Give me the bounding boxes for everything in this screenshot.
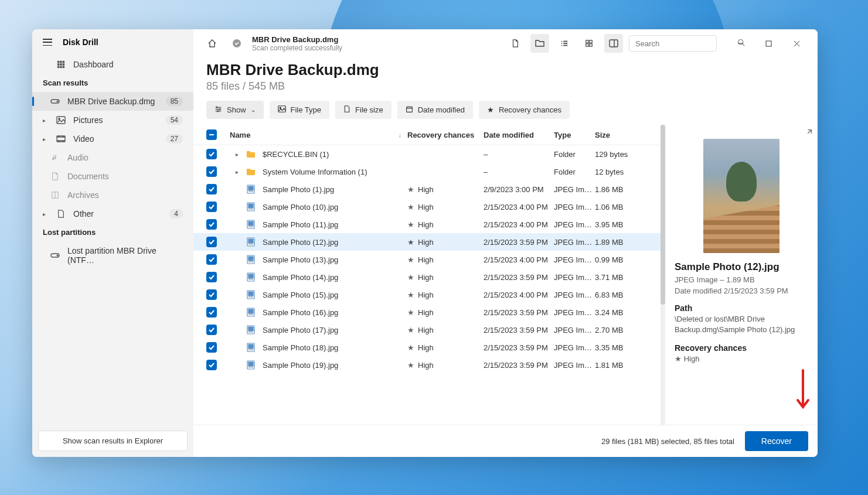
image-file-icon — [244, 255, 258, 264]
table-row[interactable]: Sample Photo (10).jpg★High2/15/2023 4:00… — [193, 198, 661, 216]
row-checkbox[interactable] — [206, 237, 217, 247]
scrollbar[interactable] — [661, 125, 665, 425]
expand-icon[interactable] — [805, 128, 813, 139]
recover-button[interactable]: Recover — [745, 431, 808, 451]
col-recovery[interactable]: Recovery chances — [407, 131, 484, 139]
table-row[interactable]: Sample Photo (16).jpg★High2/15/2023 3:59… — [193, 303, 661, 321]
row-checkbox[interactable] — [206, 272, 217, 282]
table-row[interactable]: Sample Photo (11).jpg★High2/15/2023 4:00… — [193, 216, 661, 233]
filter-recovery-chances[interactable]: ★ Recovery chances — [479, 101, 570, 119]
row-recovery: High — [418, 361, 434, 370]
table-row[interactable]: Sample Photo (19).jpg★High2/15/2023 3:59… — [193, 356, 661, 374]
close-button[interactable] — [785, 34, 808, 53]
filter-date-modified[interactable]: Date modified — [397, 101, 473, 119]
row-checkbox[interactable] — [206, 342, 217, 353]
picture-icon — [278, 105, 286, 115]
nav-pictures[interactable]: ▸ Pictures 54 — [32, 111, 193, 129]
nav-audio-label: Audio — [67, 153, 183, 162]
nav-video[interactable]: ▸ Video 27 — [32, 129, 193, 148]
table-row[interactable]: ▸$RECYCLE.BIN (1)–Folder129 bytes — [193, 145, 661, 163]
row-checkbox[interactable] — [206, 202, 217, 212]
row-recovery: High — [418, 326, 434, 334]
nav-other[interactable]: ▸ Other 4 — [32, 204, 193, 223]
view-grid-button[interactable] — [580, 34, 598, 53]
row-checkbox[interactable] — [206, 166, 217, 177]
svg-rect-53 — [249, 309, 253, 313]
nav-other-badge: 4 — [169, 209, 183, 219]
filter-file-size[interactable]: File size — [335, 101, 392, 119]
row-checkbox[interactable] — [206, 289, 217, 300]
nav-lost-partition[interactable]: Lost partition MBR Drive (NTF… — [32, 241, 193, 269]
row-type: JPEG Im… — [554, 361, 595, 370]
minimize-button[interactable] — [729, 34, 752, 53]
row-size: 3.24 MB — [595, 308, 648, 317]
svg-rect-30 — [766, 41, 771, 46]
view-list-button[interactable] — [555, 34, 574, 53]
show-in-explorer-button[interactable]: Show scan results in Explorer — [38, 431, 188, 451]
search-field[interactable] — [635, 39, 734, 48]
hamburger-icon[interactable] — [43, 39, 52, 46]
filter-file-type[interactable]: File Type — [270, 101, 330, 119]
row-name: Sample Photo (1).jpg — [263, 185, 334, 194]
table-body[interactable]: ▸$RECYCLE.BIN (1)–Folder129 bytes▸System… — [193, 145, 661, 425]
row-checkbox[interactable] — [206, 184, 217, 194]
expand-icon[interactable]: ▸ — [230, 151, 244, 158]
nav-mbr-drive[interactable]: MBR Drive Backup.dmg 85 — [32, 92, 193, 111]
nav-documents[interactable]: Documents — [32, 167, 193, 186]
preview-recovery-value: ★ High — [675, 354, 808, 364]
breadcrumb: MBR Drive Backup.dmg Scan completed succ… — [252, 35, 500, 52]
row-checkbox[interactable] — [206, 219, 217, 230]
nav-mbr-label: MBR Drive Backup.dmg — [67, 97, 159, 106]
table-row[interactable]: Sample Photo (17).jpg★High2/15/2023 3:59… — [193, 321, 661, 339]
image-file-icon — [244, 325, 258, 334]
sort-arrow-icon: ↓ — [399, 131, 402, 138]
table-row[interactable]: Sample Photo (14).jpg★High2/15/2023 3:59… — [193, 268, 661, 286]
maximize-button[interactable] — [757, 34, 780, 53]
row-checkbox[interactable] — [206, 254, 217, 265]
row-date: 2/15/2023 4:00 PM — [484, 291, 554, 299]
row-checkbox[interactable] — [206, 325, 217, 335]
row-size: 1.06 MB — [595, 203, 648, 211]
col-size[interactable]: Size — [595, 131, 648, 139]
nav-audio[interactable]: Audio — [32, 148, 193, 167]
preview-title: Sample Photo (12).jpg — [675, 261, 808, 273]
table-row[interactable]: Sample Photo (1).jpg★High2/9/2023 3:00 P… — [193, 180, 661, 198]
svg-point-31 — [216, 107, 217, 108]
row-checkbox[interactable] — [206, 360, 217, 370]
nav-archives[interactable]: Archives — [32, 186, 193, 204]
row-checkbox[interactable] — [206, 149, 217, 159]
table-row[interactable]: Sample Photo (15).jpg★High2/15/2023 4:00… — [193, 286, 661, 303]
expand-icon[interactable]: ▸ — [230, 169, 244, 175]
row-type: JPEG Im… — [554, 203, 595, 211]
table-row[interactable]: Sample Photo (13).jpg★High2/15/2023 4:00… — [193, 251, 661, 268]
page-subtitle: 85 files / 545 MB — [206, 80, 805, 93]
select-all-checkbox[interactable] — [206, 129, 217, 140]
nav-dashboard[interactable]: Dashboard — [32, 55, 193, 74]
row-recovery: High — [418, 185, 434, 194]
search-input[interactable] — [629, 35, 717, 52]
col-name[interactable]: Name↓ — [230, 131, 407, 139]
row-date: 2/15/2023 3:59 PM — [484, 343, 554, 352]
table-row[interactable]: Sample Photo (12).jpg★High2/15/2023 3:59… — [193, 233, 661, 251]
view-folder-button[interactable] — [530, 34, 549, 53]
svg-rect-21 — [563, 43, 567, 44]
footer: 29 files (181 MB) selected, 85 files tot… — [193, 425, 818, 457]
star-icon: ★ — [407, 185, 414, 194]
sidebar: Disk Drill Dashboard Scan results MBR Dr… — [32, 29, 193, 457]
row-name: Sample Photo (16).jpg — [263, 308, 338, 317]
view-preview-button[interactable] — [604, 34, 623, 53]
home-button[interactable] — [203, 34, 222, 53]
image-file-icon — [244, 343, 258, 352]
table-row[interactable]: Sample Photo (18).jpg★High2/15/2023 3:59… — [193, 339, 661, 356]
col-type[interactable]: Type — [554, 131, 595, 139]
row-date: – — [484, 168, 554, 176]
filter-show[interactable]: Show ⌄ — [206, 101, 264, 119]
table-row[interactable]: ▸System Volume Information (1)–Folder12 … — [193, 163, 661, 180]
row-recovery: High — [418, 273, 434, 282]
chevron-down-icon: ⌄ — [251, 107, 256, 113]
row-checkbox[interactable] — [206, 307, 217, 318]
row-size: 3.95 MB — [595, 220, 648, 229]
scrollbar-thumb[interactable] — [661, 125, 665, 305]
view-file-button[interactable] — [506, 34, 525, 53]
col-date[interactable]: Date modified — [484, 131, 554, 139]
